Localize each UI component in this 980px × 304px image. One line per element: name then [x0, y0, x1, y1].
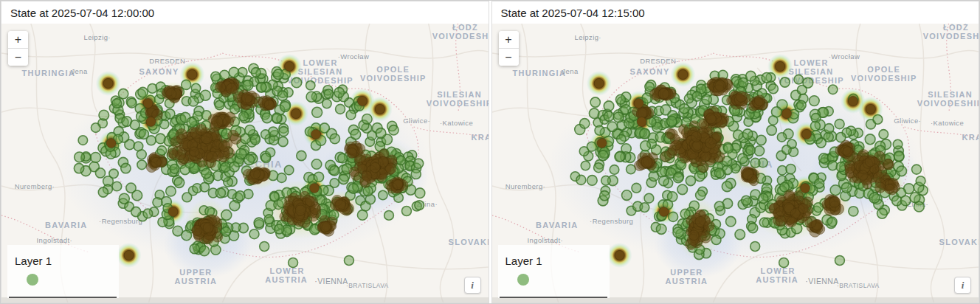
data-point[interactable] [170, 165, 179, 174]
data-point[interactable] [900, 196, 910, 205]
data-point[interactable] [893, 139, 903, 149]
data-point[interactable] [879, 130, 888, 139]
data-point[interactable] [883, 159, 894, 170]
data-point[interactable] [200, 90, 210, 100]
data-point[interactable] [613, 112, 624, 122]
data-point[interactable] [270, 193, 279, 201]
hotspot-point[interactable] [291, 109, 301, 119]
data-point[interactable] [884, 184, 894, 193]
data-point[interactable] [759, 218, 769, 227]
hotspot-point[interactable] [801, 130, 811, 139]
data-point[interactable] [188, 96, 199, 106]
data-point[interactable] [691, 131, 701, 142]
data-point[interactable] [725, 216, 736, 227]
data-point[interactable] [672, 227, 683, 238]
data-point[interactable] [415, 188, 425, 198]
data-point[interactable] [221, 210, 232, 220]
hotspot-point[interactable] [124, 251, 134, 260]
hotspot-point[interactable] [146, 117, 156, 127]
data-point[interactable] [165, 89, 176, 100]
data-point[interactable] [607, 122, 617, 131]
data-point[interactable] [858, 170, 868, 181]
data-point[interactable] [768, 84, 778, 94]
data-point[interactable] [346, 110, 356, 120]
data-point[interactable] [604, 111, 613, 121]
hotspot-point[interactable] [637, 117, 646, 127]
data-point[interactable] [396, 156, 405, 165]
data-point[interactable] [793, 75, 803, 84]
data-point[interactable] [705, 114, 716, 124]
data-point[interactable] [762, 73, 772, 83]
data-point[interactable] [330, 134, 339, 143]
data-point[interactable] [250, 135, 260, 145]
data-point[interactable] [297, 151, 306, 160]
data-point[interactable] [705, 137, 716, 148]
data-point[interactable] [779, 258, 788, 268]
info-button[interactable]: i [464, 277, 481, 294]
data-point[interactable] [733, 130, 742, 139]
data-point[interactable] [756, 135, 765, 145]
data-point[interactable] [262, 113, 272, 123]
data-point[interactable] [748, 223, 757, 232]
data-point[interactable] [587, 176, 597, 186]
data-point[interactable] [835, 120, 844, 129]
data-point[interactable] [243, 80, 253, 91]
data-point[interactable] [843, 147, 852, 156]
data-point[interactable] [344, 256, 353, 266]
data-point[interactable] [579, 119, 589, 128]
data-point[interactable] [322, 99, 331, 108]
data-point[interactable] [631, 183, 641, 193]
data-point[interactable] [750, 158, 760, 167]
data-point[interactable] [215, 100, 224, 109]
data-point[interactable] [640, 141, 650, 151]
hotspot-point[interactable] [597, 139, 607, 148]
data-point[interactable] [203, 223, 213, 233]
data-point[interactable] [134, 142, 143, 151]
data-point[interactable] [658, 89, 669, 99]
data-point[interactable] [228, 130, 239, 141]
data-point[interactable] [745, 145, 755, 155]
data-point[interactable] [797, 86, 807, 95]
data-point[interactable] [256, 83, 266, 93]
data-point[interactable] [199, 246, 210, 256]
data-point[interactable] [312, 107, 322, 117]
data-point[interactable] [138, 87, 148, 97]
data-point[interactable] [275, 224, 284, 234]
data-point[interactable] [809, 96, 819, 106]
data-point[interactable] [91, 123, 100, 133]
data-point[interactable] [241, 92, 252, 103]
data-point[interactable] [798, 204, 808, 213]
data-point[interactable] [667, 192, 677, 201]
data-point[interactable] [223, 117, 234, 128]
data-point[interactable] [376, 128, 386, 139]
data-point[interactable] [272, 113, 281, 122]
data-point[interactable] [742, 168, 753, 179]
data-point[interactable] [207, 151, 218, 162]
data-point[interactable] [187, 117, 196, 127]
data-point[interactable] [828, 85, 838, 94]
data-point[interactable] [665, 129, 675, 139]
data-point[interactable] [587, 142, 596, 151]
data-point[interactable] [230, 201, 240, 211]
data-point[interactable] [249, 229, 259, 239]
data-point[interactable] [75, 152, 85, 162]
data-point[interactable] [241, 134, 250, 143]
data-point[interactable] [320, 221, 331, 232]
data-point[interactable] [894, 151, 904, 162]
data-point[interactable] [615, 94, 625, 104]
data-point[interactable] [368, 131, 377, 140]
data-point[interactable] [916, 176, 925, 186]
hotspot-point[interactable] [658, 207, 668, 217]
hotspot-point[interactable] [106, 139, 116, 148]
data-point[interactable] [215, 188, 225, 198]
data-point[interactable] [182, 230, 192, 241]
data-point[interactable] [771, 107, 781, 117]
data-point[interactable] [723, 144, 733, 153]
hotspot-point[interactable] [357, 97, 367, 106]
hotspot-point[interactable] [634, 99, 643, 108]
data-point[interactable] [874, 182, 885, 193]
data-point[interactable] [174, 178, 184, 188]
zoom-out-button[interactable]: − [8, 49, 28, 66]
data-point[interactable] [610, 165, 619, 175]
zoom-out-button[interactable]: − [499, 49, 519, 66]
